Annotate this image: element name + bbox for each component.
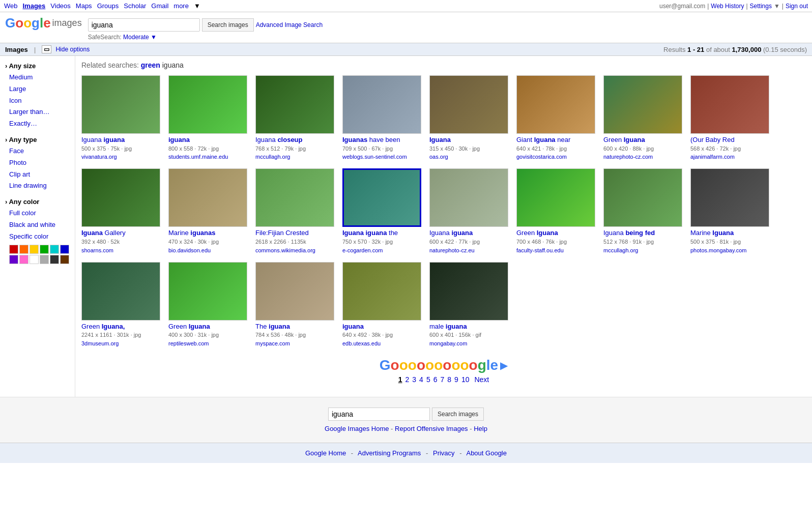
image-thumb-9[interactable] — [168, 168, 247, 227]
image-title-12[interactable]: Iguana iguana — [429, 229, 473, 237]
image-thumb-5[interactable] — [516, 75, 595, 134]
image-source-18[interactable]: myspace.com — [255, 340, 290, 346]
image-thumb-20[interactable] — [429, 262, 508, 321]
swatch-pink[interactable] — [19, 255, 28, 264]
image-title-15[interactable]: Marine Iguana — [690, 229, 734, 237]
image-title-8[interactable]: Iguana Gallery — [81, 229, 126, 237]
page-4[interactable]: 4 — [419, 375, 423, 384]
color-full[interactable]: Full color — [5, 208, 70, 219]
image-source-6[interactable]: naturephoto-cz.com — [603, 154, 653, 160]
swatch-blue[interactable] — [60, 245, 69, 254]
image-title-6[interactable]: Green Iguana — [603, 136, 645, 143]
swatch-yellow[interactable] — [30, 245, 39, 254]
image-source-0[interactable]: vivanatura.org — [81, 154, 117, 160]
image-title-5[interactable]: Giant Iguana near — [516, 136, 570, 143]
safesearch-dropdown[interactable]: Moderate ▼ — [123, 34, 157, 41]
page-1[interactable]: 1 — [398, 375, 402, 384]
page-8[interactable]: 8 — [447, 375, 451, 384]
image-thumb-18[interactable] — [255, 262, 334, 321]
size-medium[interactable]: Medium — [5, 72, 70, 83]
advanced-search-link[interactable]: Advanced Image Search — [256, 21, 323, 28]
nav-videos[interactable]: Videos — [50, 2, 71, 10]
image-source-11[interactable]: e-cogarden.com — [342, 247, 383, 253]
image-thumb-15[interactable] — [690, 168, 769, 227]
swatch-red[interactable] — [9, 245, 18, 254]
image-source-12[interactable]: naturephoto-cz.eu — [429, 247, 475, 253]
image-title-1[interactable]: iguana — [168, 136, 190, 143]
image-thumb-16[interactable] — [81, 262, 160, 321]
image-source-14[interactable]: mccullagh.org — [603, 247, 638, 253]
page-3[interactable]: 3 — [412, 375, 416, 384]
search-button[interactable]: Search images — [202, 18, 254, 32]
image-source-17[interactable]: reptilesweb.com — [168, 340, 209, 346]
image-source-3[interactable]: weblogs.sun-sentinel.com — [342, 154, 407, 160]
image-thumb-12[interactable] — [429, 168, 508, 227]
bottom-search-button[interactable]: Search images — [432, 408, 484, 421]
color-specific[interactable]: Specific color — [5, 231, 70, 243]
help-link[interactable]: Help — [474, 425, 487, 432]
image-source-13[interactable]: faculty-staff.ou.edu — [516, 247, 564, 253]
image-thumb-17[interactable] — [168, 262, 247, 321]
page-6[interactable]: 6 — [433, 375, 438, 384]
image-title-14[interactable]: Iguana being fed — [603, 229, 655, 237]
image-title-2[interactable]: Iguana closeup — [255, 136, 303, 143]
image-source-16[interactable]: 3dmuseum.org — [81, 340, 119, 346]
image-thumb-13[interactable] — [516, 168, 595, 227]
nav-web[interactable]: Web — [4, 2, 18, 10]
related-green-link[interactable]: green — [141, 61, 160, 69]
image-source-9[interactable]: bio.davidson.edu — [168, 247, 211, 253]
footer-advertising[interactable]: Advertising Programs — [358, 449, 421, 457]
image-thumb-11[interactable] — [342, 168, 421, 227]
bottom-search-input[interactable] — [328, 408, 430, 421]
size-large[interactable]: Large — [5, 83, 70, 95]
page-7[interactable]: 7 — [441, 375, 445, 384]
footer-google-home[interactable]: Google Home — [305, 449, 346, 457]
swatch-gray[interactable] — [40, 255, 49, 264]
search-input[interactable] — [88, 18, 200, 32]
image-source-10[interactable]: commons.wikimedia.org — [255, 247, 315, 253]
next-page-link[interactable]: Next — [474, 375, 489, 384]
page-5[interactable]: 5 — [426, 375, 430, 384]
swatch-orange[interactable] — [19, 245, 28, 254]
image-thumb-14[interactable] — [603, 168, 682, 227]
swatch-green[interactable] — [40, 245, 49, 254]
image-source-8[interactable]: shoarns.com — [81, 247, 113, 253]
image-thumb-3[interactable] — [342, 75, 421, 134]
nav-more[interactable]: more — [173, 2, 189, 10]
image-title-17[interactable]: Green Iguana — [168, 323, 210, 330]
settings-link[interactable]: Settings — [750, 3, 772, 10]
type-face[interactable]: Face — [5, 146, 70, 157]
swatch-purple[interactable] — [9, 255, 18, 264]
image-title-20[interactable]: male iguana — [429, 323, 467, 330]
image-thumb-19[interactable] — [342, 262, 421, 321]
nav-gmail[interactable]: Gmail — [151, 2, 168, 10]
image-thumb-10[interactable] — [255, 168, 334, 227]
image-thumb-6[interactable] — [603, 75, 682, 134]
image-title-10[interactable]: File:Fijian Crested — [255, 229, 309, 237]
image-thumb-2[interactable] — [255, 75, 334, 134]
image-thumb-8[interactable] — [81, 168, 160, 227]
sign-out-link[interactable]: Sign out — [786, 3, 808, 10]
image-title-7[interactable]: (Our Baby Red — [690, 136, 735, 143]
image-title-4[interactable]: Iguana — [429, 136, 451, 143]
color-bw[interactable]: Black and white — [5, 219, 70, 231]
image-title-13[interactable]: Green Iguana — [516, 229, 558, 237]
swatch-teal[interactable] — [50, 245, 59, 254]
image-title-19[interactable]: iguana — [342, 323, 364, 330]
image-title-0[interactable]: Iguana iguana — [81, 136, 125, 143]
nav-maps[interactable]: Maps — [76, 2, 92, 10]
size-larger-than[interactable]: Larger than… — [5, 106, 70, 118]
image-title-11[interactable]: Iguana iguana the — [342, 229, 398, 237]
google-images-home-link[interactable]: Google Images Home — [325, 425, 389, 432]
color-section-title[interactable]: Any color — [5, 198, 70, 206]
swatch-brown[interactable] — [60, 255, 69, 264]
image-source-2[interactable]: mccullagh.org — [255, 154, 290, 160]
image-source-7[interactable]: ajanimalfarm.com — [690, 154, 735, 160]
image-source-4[interactable]: oas.org — [429, 154, 448, 160]
image-title-16[interactable]: Green Iguana, — [81, 323, 125, 330]
swatch-darkgray[interactable] — [50, 255, 59, 264]
nav-scholar[interactable]: Scholar — [124, 2, 146, 10]
image-title-18[interactable]: The iguana — [255, 323, 290, 330]
image-thumb-0[interactable] — [81, 75, 160, 134]
image-source-20[interactable]: mongabay.com — [429, 340, 467, 346]
